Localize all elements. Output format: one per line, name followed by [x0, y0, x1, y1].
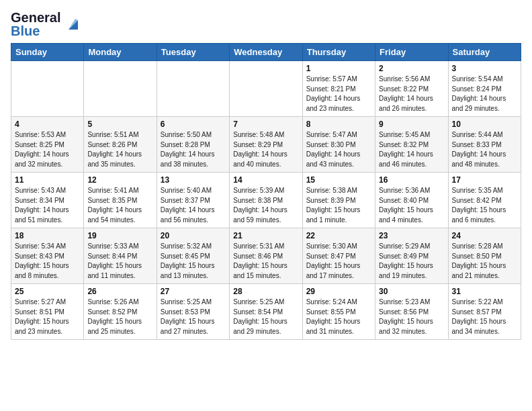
day-number: 21 [233, 231, 298, 240]
day-info: Sunrise: 5:41 AM Sunset: 8:35 PM Dayligh… [87, 186, 152, 225]
calendar-cell: 11Sunrise: 5:43 AM Sunset: 8:34 PM Dayli… [11, 173, 84, 228]
calendar-cell [157, 61, 229, 117]
day-number: 8 [306, 120, 371, 129]
calendar-week-row: 4Sunrise: 5:53 AM Sunset: 8:25 PM Daylig… [11, 117, 521, 173]
calendar-cell: 1Sunrise: 5:57 AM Sunset: 8:21 PM Daylig… [302, 61, 375, 117]
day-number: 15 [306, 175, 371, 185]
calendar-cell: 12Sunrise: 5:41 AM Sunset: 8:35 PM Dayli… [84, 173, 157, 228]
day-info: Sunrise: 5:51 AM Sunset: 8:26 PM Dayligh… [87, 130, 152, 169]
day-info: Sunrise: 5:47 AM Sunset: 8:30 PM Dayligh… [306, 130, 371, 169]
logo-icon [63, 15, 81, 35]
day-header-tuesday: Tuesday [157, 44, 229, 61]
calendar-week-row: 11Sunrise: 5:43 AM Sunset: 8:34 PM Dayli… [11, 173, 521, 228]
calendar-cell: 10Sunrise: 5:44 AM Sunset: 8:33 PM Dayli… [448, 117, 521, 173]
day-number: 26 [87, 287, 152, 296]
calendar-cell: 14Sunrise: 5:39 AM Sunset: 8:38 PM Dayli… [230, 173, 302, 228]
day-number: 1 [306, 64, 371, 73]
logo: General Blue [11, 11, 81, 38]
calendar-cell: 16Sunrise: 5:36 AM Sunset: 8:40 PM Dayli… [375, 173, 448, 228]
day-info: Sunrise: 5:38 AM Sunset: 8:39 PM Dayligh… [306, 186, 371, 225]
day-number: 23 [379, 231, 444, 240]
calendar-cell: 3Sunrise: 5:54 AM Sunset: 8:24 PM Daylig… [448, 61, 521, 117]
day-header-saturday: Saturday [448, 44, 521, 61]
day-number: 14 [233, 175, 298, 185]
calendar-week-row: 18Sunrise: 5:34 AM Sunset: 8:43 PM Dayli… [11, 228, 521, 284]
day-number: 9 [379, 120, 444, 129]
calendar-cell: 29Sunrise: 5:24 AM Sunset: 8:55 PM Dayli… [302, 284, 375, 340]
day-number: 19 [87, 231, 152, 240]
day-header-wednesday: Wednesday [230, 44, 302, 61]
calendar-cell: 26Sunrise: 5:26 AM Sunset: 8:52 PM Dayli… [84, 284, 157, 340]
day-number: 10 [452, 120, 517, 129]
day-info: Sunrise: 5:23 AM Sunset: 8:56 PM Dayligh… [379, 298, 444, 336]
calendar-table: SundayMondayTuesdayWednesdayThursdayFrid… [11, 43, 521, 340]
calendar-cell [11, 61, 84, 117]
day-info: Sunrise: 5:43 AM Sunset: 8:34 PM Dayligh… [15, 186, 80, 225]
calendar-week-row: 25Sunrise: 5:27 AM Sunset: 8:51 PM Dayli… [11, 284, 521, 340]
day-info: Sunrise: 5:30 AM Sunset: 8:47 PM Dayligh… [306, 242, 371, 281]
calendar-cell: 9Sunrise: 5:45 AM Sunset: 8:32 PM Daylig… [375, 117, 448, 173]
day-info: Sunrise: 5:45 AM Sunset: 8:32 PM Dayligh… [379, 130, 444, 169]
day-info: Sunrise: 5:39 AM Sunset: 8:38 PM Dayligh… [233, 186, 298, 225]
calendar-cell: 31Sunrise: 5:22 AM Sunset: 8:57 PM Dayli… [448, 284, 521, 340]
day-number: 22 [306, 231, 371, 240]
day-info: Sunrise: 5:27 AM Sunset: 8:51 PM Dayligh… [15, 298, 80, 336]
day-number: 29 [306, 287, 371, 296]
day-info: Sunrise: 5:54 AM Sunset: 8:24 PM Dayligh… [452, 75, 517, 113]
calendar-cell: 13Sunrise: 5:40 AM Sunset: 8:37 PM Dayli… [157, 173, 229, 228]
day-info: Sunrise: 5:56 AM Sunset: 8:22 PM Dayligh… [379, 75, 444, 113]
calendar-cell: 5Sunrise: 5:51 AM Sunset: 8:26 PM Daylig… [84, 117, 157, 173]
day-header-friday: Friday [375, 44, 448, 61]
calendar-cell: 25Sunrise: 5:27 AM Sunset: 8:51 PM Dayli… [11, 284, 84, 340]
calendar-cell: 8Sunrise: 5:47 AM Sunset: 8:30 PM Daylig… [302, 117, 375, 173]
day-info: Sunrise: 5:35 AM Sunset: 8:42 PM Dayligh… [452, 186, 517, 225]
day-info: Sunrise: 5:26 AM Sunset: 8:52 PM Dayligh… [87, 298, 152, 336]
calendar-cell [84, 61, 157, 117]
day-info: Sunrise: 5:34 AM Sunset: 8:43 PM Dayligh… [15, 242, 80, 281]
day-number: 11 [15, 175, 80, 185]
calendar-cell: 28Sunrise: 5:25 AM Sunset: 8:54 PM Dayli… [230, 284, 302, 340]
day-header-sunday: Sunday [11, 44, 84, 61]
day-info: Sunrise: 5:50 AM Sunset: 8:28 PM Dayligh… [161, 130, 226, 169]
calendar-cell: 22Sunrise: 5:30 AM Sunset: 8:47 PM Dayli… [302, 228, 375, 284]
day-number: 24 [452, 231, 517, 240]
day-info: Sunrise: 5:28 AM Sunset: 8:50 PM Dayligh… [452, 242, 517, 281]
day-number: 16 [379, 175, 444, 185]
calendar-cell: 17Sunrise: 5:35 AM Sunset: 8:42 PM Dayli… [448, 173, 521, 228]
day-info: Sunrise: 5:29 AM Sunset: 8:49 PM Dayligh… [379, 242, 444, 281]
day-number: 4 [15, 120, 80, 129]
day-number: 27 [161, 287, 226, 296]
day-number: 20 [161, 231, 226, 240]
calendar-header-row: SundayMondayTuesdayWednesdayThursdayFrid… [11, 44, 521, 61]
day-number: 3 [452, 64, 517, 73]
day-info: Sunrise: 5:48 AM Sunset: 8:29 PM Dayligh… [233, 130, 298, 169]
day-info: Sunrise: 5:25 AM Sunset: 8:54 PM Dayligh… [233, 298, 298, 336]
day-info: Sunrise: 5:31 AM Sunset: 8:46 PM Dayligh… [233, 242, 298, 281]
day-info: Sunrise: 5:53 AM Sunset: 8:25 PM Dayligh… [15, 130, 80, 169]
day-info: Sunrise: 5:33 AM Sunset: 8:44 PM Dayligh… [87, 242, 152, 281]
calendar-cell: 21Sunrise: 5:31 AM Sunset: 8:46 PM Dayli… [230, 228, 302, 284]
day-number: 12 [87, 175, 152, 185]
day-number: 25 [15, 287, 80, 296]
calendar-week-row: 1Sunrise: 5:57 AM Sunset: 8:21 PM Daylig… [11, 61, 521, 117]
day-number: 7 [233, 120, 298, 129]
calendar-cell: 2Sunrise: 5:56 AM Sunset: 8:22 PM Daylig… [375, 61, 448, 117]
day-info: Sunrise: 5:57 AM Sunset: 8:21 PM Dayligh… [306, 75, 371, 113]
logo-general-text: General [11, 11, 60, 24]
calendar-cell [230, 61, 302, 117]
page-container: General Blue SundayMondayTuesdayWednesda… [0, 0, 532, 347]
calendar-cell: 15Sunrise: 5:38 AM Sunset: 8:39 PM Dayli… [302, 173, 375, 228]
day-info: Sunrise: 5:24 AM Sunset: 8:55 PM Dayligh… [306, 298, 371, 336]
calendar-cell: 18Sunrise: 5:34 AM Sunset: 8:43 PM Dayli… [11, 228, 84, 284]
calendar-cell: 4Sunrise: 5:53 AM Sunset: 8:25 PM Daylig… [11, 117, 84, 173]
day-number: 30 [379, 287, 444, 296]
day-header-monday: Monday [84, 44, 157, 61]
day-number: 18 [15, 231, 80, 240]
calendar-cell: 19Sunrise: 5:33 AM Sunset: 8:44 PM Dayli… [84, 228, 157, 284]
calendar-cell: 6Sunrise: 5:50 AM Sunset: 8:28 PM Daylig… [157, 117, 229, 173]
day-number: 28 [233, 287, 298, 296]
day-number: 5 [87, 120, 152, 129]
day-info: Sunrise: 5:36 AM Sunset: 8:40 PM Dayligh… [379, 186, 444, 225]
calendar-cell: 24Sunrise: 5:28 AM Sunset: 8:50 PM Dayli… [448, 228, 521, 284]
calendar-cell: 7Sunrise: 5:48 AM Sunset: 8:29 PM Daylig… [230, 117, 302, 173]
